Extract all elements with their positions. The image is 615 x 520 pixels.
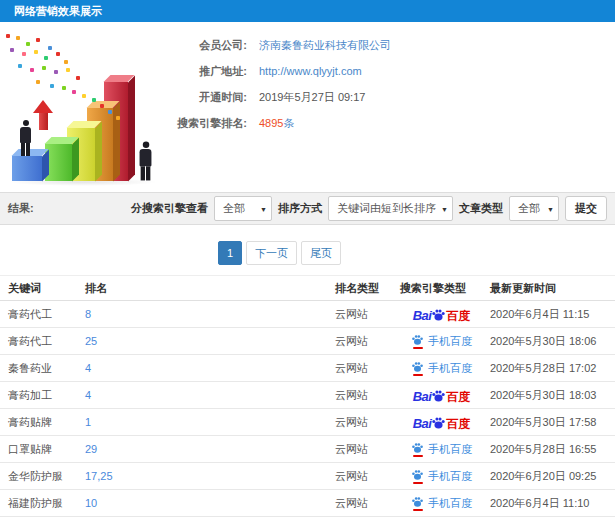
rank-count: 4895	[259, 117, 283, 129]
col-rank: 排名	[85, 281, 335, 296]
rank-cell-wrap: 25	[85, 335, 335, 347]
baidu-logo-text-right: 百度	[446, 418, 470, 430]
mobile-baidu-logo: 手机百度	[411, 333, 472, 349]
rank-link[interactable]: 4	[85, 362, 91, 374]
rank-link[interactable]: 10	[85, 497, 97, 509]
table-row: 福建防护服 10 云网站 Bai 百度 手机百度	[0, 490, 615, 517]
baidu-logo-text-right: 百度	[446, 310, 470, 322]
rank-type-cell: 云网站	[335, 469, 400, 484]
illustration-bar-green	[45, 144, 72, 181]
col-engine-type: 搜索引擎类型	[400, 281, 483, 296]
rank-link[interactable]: 4	[85, 389, 91, 401]
rank-type-cell: 云网站	[335, 307, 400, 322]
marketing-report-page: 网络营销效果展示 会员公司: 济南秦鲁药业科技有限公司	[0, 0, 615, 520]
rank-cell-wrap: 10	[85, 497, 335, 509]
pagination-last-button[interactable]: 尾页	[301, 241, 341, 265]
baidu-logo-text-right: 百度	[446, 391, 470, 403]
engine-cell: Bai 百度 手机百度	[400, 495, 483, 511]
baidu-logo: Bai 百度	[413, 388, 471, 403]
promo-url-link[interactable]: http://www.qlyyjt.com	[259, 65, 362, 77]
chevron-down-icon: ▼	[441, 205, 448, 212]
col-updated: 最新更新时间	[483, 281, 615, 296]
article-type-value: 全部	[518, 201, 540, 216]
baidu-logo-text-left: Bai	[413, 390, 432, 403]
table-row: 金华防护服 17,25 云网站 Bai 百度 手机	[0, 463, 615, 490]
keyword-rank-table: 关键词 排名 排名类型 搜索引擎类型 最新更新时间 膏药代工 8 云网站 Bai…	[0, 275, 615, 520]
engine-rank-row: 搜索引擎排名: 4895条	[175, 110, 391, 136]
engine-cell: Bai 百度 手机百度	[400, 468, 483, 484]
table-row: 膏药贴牌 1 云网站 Bai 百度 手机百度	[0, 409, 615, 436]
mobile-baidu-logo: 手机百度	[411, 468, 472, 484]
table-row: 膏药代工 25 云网站 Bai 百度 手机百度	[0, 328, 615, 355]
pagination-next-button[interactable]: 下一页	[246, 241, 297, 265]
keyword-cell: 膏药代工	[0, 334, 85, 349]
mobile-baidu-paw-icon	[411, 468, 424, 484]
rank-type-cell: 云网站	[335, 415, 400, 430]
mobile-baidu-label: 手机百度	[428, 496, 472, 511]
promo-url-row: 推广地址: http://www.qlyyjt.com	[175, 58, 391, 84]
promo-url-label: 推广地址:	[175, 64, 247, 79]
baidu-paw-icon	[431, 415, 446, 430]
confetti-decoration	[6, 34, 10, 38]
updated-cell: 2020年6月4日 11:10	[483, 496, 615, 511]
updated-cell: 2020年5月30日 17:58	[483, 415, 615, 430]
rank-link[interactable]: 17,25	[85, 470, 113, 482]
rank-link[interactable]: 29	[85, 443, 97, 455]
sort-filter-label: 排序方式	[278, 201, 322, 216]
rank-type-cell: 云网站	[335, 442, 400, 457]
rank-type-cell: 云网站	[335, 496, 400, 511]
table-header-row: 关键词 排名 排名类型 搜索引擎类型 最新更新时间	[0, 275, 615, 301]
businessman-figure-left	[19, 120, 32, 156]
filter-bar: 结果: 分搜索引擎查看 全部 ▼ 排序方式 关键词由短到长排序 ▼ 文章类型 全…	[0, 192, 615, 225]
engine-cell: Bai 百度 手机百度	[400, 333, 483, 349]
table-row: 秦鲁药业 4 云网站 Bai 百度 手机百度	[0, 355, 615, 382]
col-rank-type: 排名类型	[335, 281, 400, 296]
member-info-list: 会员公司: 济南秦鲁药业科技有限公司 推广地址: http://www.qlyy…	[175, 22, 391, 192]
baidu-logo: Bai 百度	[413, 415, 471, 430]
baidu-logo-text-left: Bai	[413, 309, 432, 322]
submit-button[interactable]: 提交	[565, 196, 607, 221]
engine-cell: Bai 百度 手机百度	[400, 415, 483, 430]
mobile-baidu-paw-icon	[411, 495, 424, 511]
table-body: 膏药代工 8 云网站 Bai 百度 手机百度	[0, 301, 615, 520]
mobile-baidu-logo: 手机百度	[411, 441, 472, 457]
mobile-baidu-label: 手机百度	[428, 469, 472, 484]
table-row: 膏药加工 4 云网站 Bai 百度 手机百度	[0, 382, 615, 409]
baidu-logo: Bai 百度	[413, 307, 471, 322]
rank-cell-wrap: 4	[85, 362, 335, 374]
member-company-link[interactable]: 济南秦鲁药业科技有限公司	[259, 38, 391, 53]
chevron-down-icon: ▼	[260, 205, 267, 212]
engine-rank-value: 4895条	[259, 116, 294, 131]
baidu-logo-text-left: Bai	[413, 417, 432, 430]
rank-type-cell: 云网站	[335, 334, 400, 349]
engine-cell: Bai 百度 手机百度	[400, 441, 483, 457]
article-type-label: 文章类型	[459, 201, 503, 216]
table-row: 膏药代工 8 云网站 Bai 百度 手机百度	[0, 301, 615, 328]
rank-cell-wrap: 1	[85, 416, 335, 428]
businessman-figure-right	[138, 142, 152, 181]
page-title: 网络营销效果展示	[14, 5, 102, 17]
rank-link[interactable]: 8	[85, 308, 91, 320]
pagination-current-page[interactable]: 1	[218, 241, 242, 265]
member-company-label: 会员公司:	[175, 38, 247, 53]
article-type-select[interactable]: 全部 ▼	[509, 196, 559, 221]
engine-filter-value: 全部	[223, 201, 245, 216]
rank-link[interactable]: 1	[85, 416, 91, 428]
keyword-cell: 金华防护服	[0, 469, 85, 484]
sort-filter-value: 关键词由短到长排序	[337, 201, 436, 216]
info-section: 会员公司: 济南秦鲁药业科技有限公司 推广地址: http://www.qlyy…	[0, 22, 615, 192]
pagination: 1 下一页 尾页	[0, 241, 587, 265]
keyword-cell: 膏药加工	[0, 388, 85, 403]
mobile-baidu-paw-icon	[411, 360, 424, 376]
member-company-row: 会员公司: 济南秦鲁药业科技有限公司	[175, 32, 391, 58]
engine-filter-select[interactable]: 全部 ▼	[214, 196, 272, 221]
engine-rank-label: 搜索引擎排名:	[175, 116, 247, 131]
open-time-label: 开通时间:	[175, 90, 247, 105]
engine-cell: Bai 百度 手机百度	[400, 360, 483, 376]
baidu-paw-icon	[431, 388, 446, 403]
rank-link[interactable]: 25	[85, 335, 97, 347]
rank-type-cell: 云网站	[335, 361, 400, 376]
updated-cell: 2020年6月20日 09:25	[483, 469, 615, 484]
sort-filter-select[interactable]: 关键词由短到长排序 ▼	[328, 196, 453, 221]
rank-cell-wrap: 4	[85, 389, 335, 401]
